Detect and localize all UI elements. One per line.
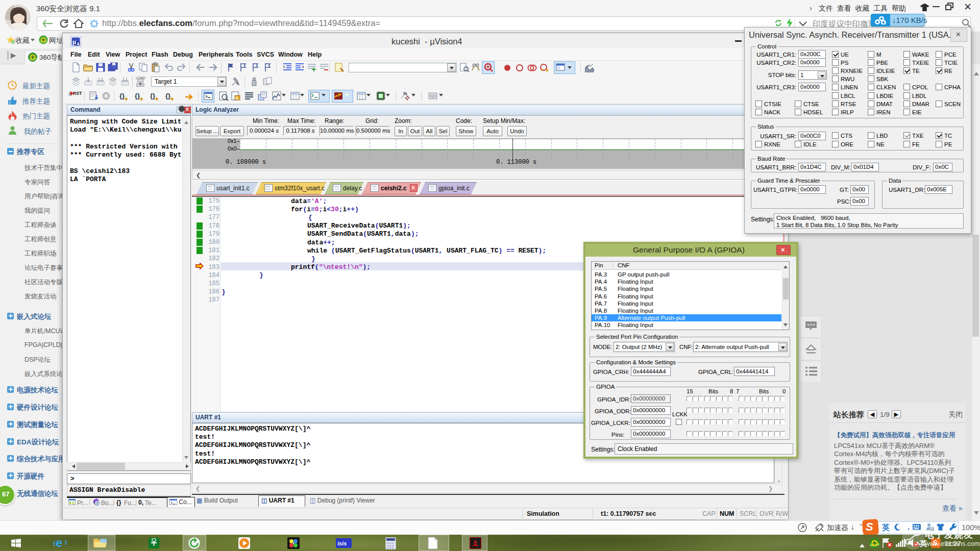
svg-text:{}: {} — [135, 92, 140, 99]
svg-text:4: 4 — [77, 41, 80, 46]
svg-text:µ: µ — [72, 38, 76, 45]
svg-text:?: ? — [96, 502, 98, 505]
svg-text:isis: isis — [337, 540, 347, 546]
svg-text:{}: {} — [119, 92, 125, 99]
svg-text:S: S — [236, 96, 239, 101]
svg-text:{}: {} — [150, 92, 155, 99]
svg-text:{}: {} — [165, 92, 170, 99]
svg-text:e: e — [56, 536, 62, 549]
